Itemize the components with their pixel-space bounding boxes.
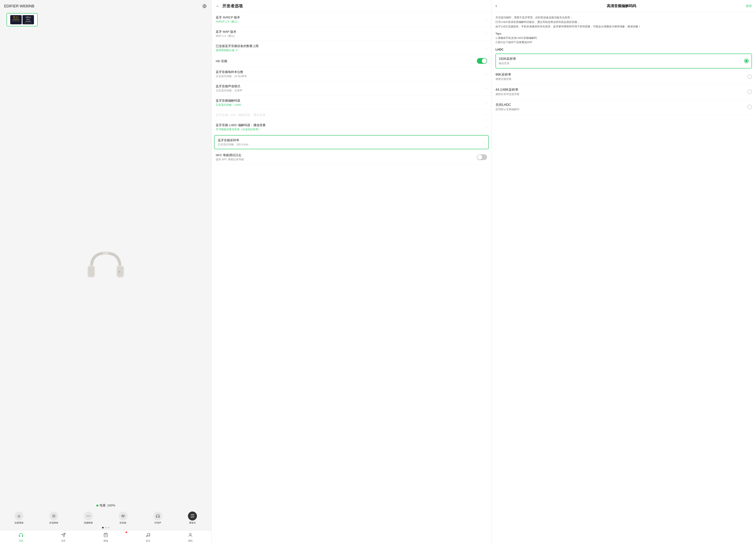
nav-shop-label: 商城 xyxy=(103,539,108,542)
lhdc-item[interactable]: 蓝牙音频 LHDC 编解码器：播放质量 尽可能提供更佳音质（自适应比特率） › xyxy=(212,120,491,134)
page-dot-1[interactable] xyxy=(102,527,104,528)
max-devices-item[interactable]: 已连接蓝牙音频设备的数量上限 使用系统默认值: 5 › xyxy=(212,41,491,55)
avrcp-item[interactable]: 蓝牙 AVRCP 版本 AVRCP 1.5（默认） › xyxy=(212,12,491,27)
max-devices-chevron: › xyxy=(486,46,487,50)
controls-row: ◎ 深度降噪 舒适降噪 宽频降噪 xyxy=(0,509,211,525)
svg-text:h: h xyxy=(119,270,120,274)
ldac-chevron: › xyxy=(486,113,487,117)
radio-192k[interactable] xyxy=(744,59,749,63)
svg-point-17 xyxy=(149,535,150,536)
option-192k[interactable]: 192K采样率 臻品音质 xyxy=(495,54,752,68)
ultra-badge: Ultra Res AUDIO WIRELESS xyxy=(22,15,34,24)
nfc-log-toggle[interactable] xyxy=(477,154,487,160)
page-dot-3[interactable] xyxy=(108,527,109,528)
middle-panel: ← 开发者选项 蓝牙 AVRCP 版本 AVRCP 1.5（默认） › 蓝牙 M… xyxy=(212,0,491,544)
env-sound-icon[interactable] xyxy=(153,511,162,520)
bottom-nav: 耳机 社区 商城 xyxy=(0,530,211,544)
wind-noise-label: 防风噪 xyxy=(120,521,126,524)
sample-rate-chevron: › xyxy=(484,140,485,144)
option-off-content: 关闭LHDC 使用默认音频编解码 xyxy=(495,103,519,111)
map-subtitle: MAP 1.2（默认） xyxy=(216,34,486,38)
page-dot-2[interactable] xyxy=(105,527,107,528)
env-sound-control[interactable]: 环境声 xyxy=(153,511,162,524)
map-item[interactable]: 蓝牙 MAP 版本 MAP 1.2（默认） › xyxy=(212,27,491,41)
codec-item[interactable]: 蓝牙音频编解码器 正在流式传输：LHDC › xyxy=(212,95,491,110)
comfort-noise-label: 舒适降噪 xyxy=(49,521,58,524)
nav-community[interactable]: 社区 xyxy=(42,532,85,543)
channel-mode-item[interactable]: 蓝牙音频声道模式 正在流式传输：立体声 › xyxy=(212,81,491,95)
hd-audio-item[interactable]: HD 音频 xyxy=(212,55,491,67)
wide-noise-control[interactable]: 宽频降噪 xyxy=(84,511,93,524)
anc-off-label: 降噪关 xyxy=(189,521,196,524)
ldac-item[interactable]: 蓝牙音频 LDAC 编解码器：播放质量 › xyxy=(212,110,491,120)
radio-48k[interactable] xyxy=(747,90,752,94)
svg-rect-7 xyxy=(88,266,94,277)
nav-music-label: 音乐 xyxy=(146,539,150,542)
avrcp-title: 蓝牙 AVRCP 版本 xyxy=(216,15,486,19)
comfort-noise-control[interactable]: 舒适降噪 xyxy=(49,511,58,524)
sample-bits-item[interactable]: 蓝牙音频每样本位数 正在流式传输：24 位/样本 › xyxy=(212,67,491,81)
wide-noise-icon[interactable] xyxy=(84,511,93,520)
lhdc-content: 蓝牙音频 LHDC 编解码器：播放质量 尽可能提供更佳音质（自适应比特率） xyxy=(216,123,486,131)
save-button[interactable]: 保存 xyxy=(746,4,752,8)
sample-rate-subtitle: 正在流式传输：192.0 kHz xyxy=(218,143,484,146)
back-button[interactable]: ← xyxy=(216,4,220,8)
wind-noise-control[interactable]: 防风噪 xyxy=(119,511,128,524)
anc-off-control[interactable]: ANCOFF 降噪关 xyxy=(188,511,197,524)
right-back-button[interactable]: ‹ xyxy=(495,3,497,9)
svg-point-1 xyxy=(204,5,205,7)
tips-title: Tips: xyxy=(495,32,752,35)
sample-rate-title: 蓝牙音频采样率 xyxy=(218,138,484,142)
channel-mode-content: 蓝牙音频声道模式 正在流式传输：立体声 xyxy=(216,84,486,92)
sample-rate-content: 蓝牙音频采样率 正在流式传输：192.0 kHz xyxy=(218,138,484,146)
radio-off[interactable] xyxy=(747,105,752,109)
nav-shop[interactable]: 商城 xyxy=(85,532,127,543)
avrcp-content: 蓝牙 AVRCP 版本 AVRCP 1.5（默认） xyxy=(216,15,486,24)
channel-mode-subtitle: 正在流式传输：立体声 xyxy=(216,89,486,92)
headphone-nav-icon xyxy=(19,533,24,538)
option-off[interactable]: 关闭LHDC 使用默认音频编解码 xyxy=(495,100,752,115)
ldac-title: 蓝牙音频 LDAC 编解码器：播放质量 xyxy=(216,113,486,117)
left-panel: EDIFIER W830NB Hi -Res AUDIO WIRELESS xyxy=(0,0,212,544)
nfc-log-subtitle: 提高 NFC 堆栈记录等级 xyxy=(216,158,477,161)
target-icon[interactable] xyxy=(202,3,207,9)
nav-music[interactable]: 音乐 xyxy=(127,532,169,543)
option-48k-title: 44.1/48K采样率 xyxy=(495,88,519,92)
info-text: 开启该功能时，受限于蓝牙带宽，此时双设备连接功能无法使用；打开LHDC高清音质编… xyxy=(495,15,752,29)
option-off-subtitle: 使用默认音频编解码 xyxy=(495,108,519,111)
wind-noise-icon[interactable] xyxy=(119,511,128,520)
option-48k-content: 44.1/48K采样率 兼顾音质和连接质量 xyxy=(495,88,519,96)
radio-96k[interactable] xyxy=(747,74,752,79)
option-96k[interactable]: 96K采样率 侧重音频质量 xyxy=(495,69,752,84)
deep-noise-control[interactable]: ◎ 深度降噪 xyxy=(15,511,24,524)
nav-headphone-label: 耳机 xyxy=(19,539,23,542)
audio-badges: Hi -Res AUDIO WIRELESS Ultra Res AUDIO W… xyxy=(7,13,38,26)
avrcp-subtitle: AVRCP 1.5（默认） xyxy=(216,20,486,24)
nav-community-label: 社区 xyxy=(61,539,66,542)
max-devices-content: 已连接蓝牙音频设备的数量上限 使用系统默认值: 5 xyxy=(216,44,486,52)
anc-off-icon[interactable]: ANCOFF xyxy=(188,511,197,520)
comfort-noise-icon[interactable] xyxy=(49,511,58,520)
option-96k-subtitle: 侧重音频质量 xyxy=(495,77,511,81)
svg-point-18 xyxy=(190,533,191,535)
nav-headphone[interactable]: 耳机 xyxy=(0,532,42,543)
sample-rate-item[interactable]: 蓝牙音频采样率 正在流式传输：192.0 kHz › xyxy=(214,135,489,149)
hd-audio-content: HD 音频 xyxy=(216,59,477,63)
map-chevron: › xyxy=(486,32,487,36)
map-content: 蓝牙 MAP 版本 MAP 1.2（默认） xyxy=(216,29,486,38)
deep-noise-icon[interactable]: ◎ xyxy=(15,511,24,520)
tips-item-1: 1.请确保手机支持LHDC音频编解码 xyxy=(495,36,752,40)
max-devices-subtitle: 使用系统默认值: 5 xyxy=(216,48,486,52)
right-panel: ‹ 高清音频编解码码 保存 开启该功能时，受限于蓝牙带宽，此时双设备连接功能无法… xyxy=(491,0,756,544)
music-nav-icon xyxy=(146,533,150,538)
hd-audio-toggle[interactable] xyxy=(477,58,487,64)
shop-nav-icon xyxy=(103,533,108,538)
lhdc-subtitle: 尽可能提供更佳音质（自适应比特率） xyxy=(216,128,486,131)
lhdc-chevron: › xyxy=(486,125,487,129)
nav-profile[interactable]: 我的 xyxy=(169,532,211,543)
option-48k[interactable]: 44.1/48K采样率 兼顾音质和连接质量 xyxy=(495,84,752,100)
channel-mode-chevron: › xyxy=(486,86,487,90)
device-title: EDIFIER W830NB xyxy=(4,4,34,8)
battery-dot xyxy=(96,505,98,507)
nfc-log-item[interactable]: NFC 堆栈调试日志 提高 NFC 堆栈记录等级 xyxy=(212,150,491,164)
